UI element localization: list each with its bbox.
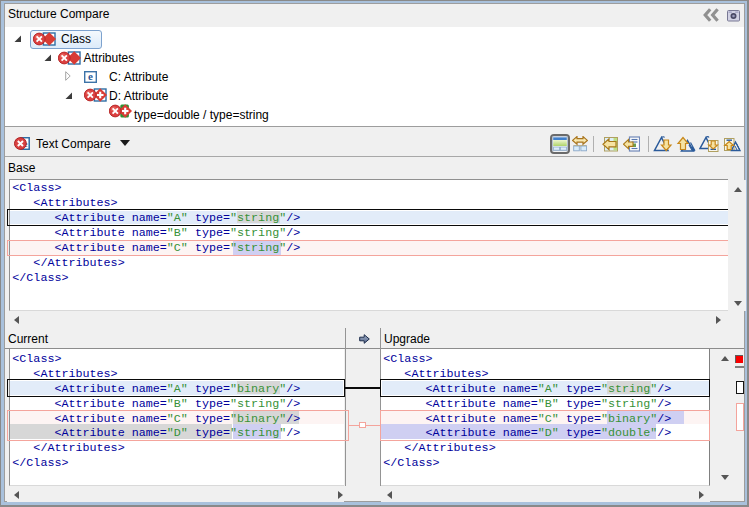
- svg-text:e: e: [88, 71, 93, 82]
